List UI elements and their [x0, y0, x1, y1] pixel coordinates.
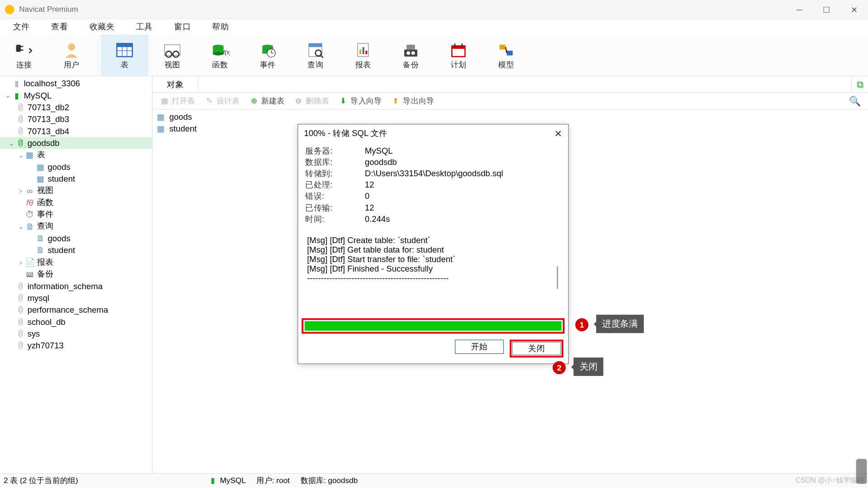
log-line: [Msg] [Dtf] Create table: `student`	[307, 235, 560, 245]
design-table-icon: ✎	[204, 96, 214, 106]
svg-rect-29	[365, 50, 367, 54]
schedule-icon	[447, 40, 471, 59]
tree-db-mysql[interactable]: 🛢mysql	[0, 292, 152, 304]
tree-db-70713_db2[interactable]: 🛢70713_db2	[0, 101, 152, 113]
menu-fav[interactable]: 收藏夹	[79, 21, 125, 32]
toolbar-function[interactable]: f(x) 函数	[196, 34, 244, 75]
tree-folder-backup[interactable]: 🖭备份	[0, 268, 152, 280]
menu-help[interactable]: 帮助	[202, 21, 240, 32]
toolbar-user[interactable]: 用户	[47, 34, 95, 75]
menu-file[interactable]: 文件	[2, 21, 40, 32]
tree-db-school_db[interactable]: 🛢school_db	[0, 316, 152, 328]
svg-rect-39	[507, 50, 513, 55]
table-icon: ▦	[36, 174, 45, 183]
database-on-icon: 🛢	[15, 138, 25, 148]
tree-table-goods[interactable]: ▦goods	[0, 161, 152, 173]
start-button[interactable]: 开始	[455, 340, 504, 354]
toolbar-query-label: 查询	[307, 59, 323, 70]
maximize-button[interactable]: ☐	[813, 0, 841, 19]
database-off-icon: 🛢	[15, 114, 25, 124]
open-table-button[interactable]: ▦打开表	[157, 96, 197, 107]
tree-folder-functions[interactable]: fθ函数	[0, 197, 152, 208]
field-transferred-label: 已传输:	[305, 202, 365, 214]
view-icon	[160, 40, 184, 59]
import-wizard-button[interactable]: ⬇导入向导	[336, 96, 384, 107]
tree-folder-events[interactable]: ⏱事件	[0, 209, 152, 221]
page-scroll-indicator[interactable]	[856, 459, 867, 483]
export-wizard-button[interactable]: ⬆导出向导	[389, 96, 436, 107]
minimize-button[interactable]: ─	[786, 0, 813, 19]
field-error-label: 错误:	[305, 191, 365, 202]
dialog-log[interactable]: [Msg] [Dtf] Create table: `student` [Msg…	[305, 232, 561, 310]
toolbar: 连接 用户 表 视图 f(x) 函数 事件 查询 报表	[0, 34, 868, 76]
toolbar-view[interactable]: 视图	[148, 34, 196, 75]
menu-tools[interactable]: 工具	[125, 21, 163, 32]
log-line: [Msg] [Dtf] Finished - Successfully	[307, 264, 560, 273]
toolbar-model[interactable]: 模型	[482, 34, 530, 75]
tree-folder-views[interactable]: ›∞视图	[0, 185, 152, 197]
tables-folder-icon: ▦	[25, 150, 34, 160]
tree-conn-localhost[interactable]: ▮localhost_3306	[0, 77, 152, 89]
toolbar-view-label: 视图	[165, 59, 180, 70]
toolbar-report[interactable]: 报表	[339, 34, 387, 75]
tab-objects[interactable]: 对象	[153, 76, 199, 93]
svg-rect-30	[404, 49, 417, 56]
toolbar-backup[interactable]: 备份	[387, 34, 434, 75]
function-icon: f(x)	[208, 40, 232, 59]
tree-db-sys[interactable]: 🛢sys	[0, 328, 152, 339]
tree-table-student[interactable]: ▦student	[0, 173, 152, 184]
toolbar-schedule[interactable]: 计划	[434, 34, 482, 75]
search-icon[interactable]: 🔍	[849, 95, 861, 107]
delete-table-button[interactable]: ⊖删除表	[292, 96, 331, 107]
menu-window[interactable]: 窗口	[163, 21, 201, 32]
connection-tree[interactable]: ▮localhost_3306 ⌄▮MySQL 🛢70713_db2 🛢7071…	[0, 76, 153, 473]
report-icon	[351, 40, 375, 59]
svg-rect-27	[359, 49, 361, 54]
toolbar-event[interactable]: 事件	[244, 34, 291, 75]
database-off-icon: 🛢	[15, 127, 25, 136]
window-title: Navicat Premium	[19, 5, 78, 14]
event-icon	[256, 40, 280, 59]
table-icon	[113, 40, 137, 59]
svg-point-31	[406, 51, 410, 55]
new-tab-button[interactable]: ⧉	[851, 76, 868, 93]
status-bar: 2 表 (2 位于当前的组) ▮ MySQL 用户: root 数据库: goo…	[0, 473, 868, 488]
tree-folder-tables[interactable]: ⌄▦表	[0, 149, 152, 161]
watermark: CSDN @小↑钱学编程	[796, 475, 864, 485]
views-folder-icon: ∞	[25, 186, 34, 195]
design-table-button[interactable]: ✎设计表	[202, 96, 242, 107]
new-table-button[interactable]: ⊕新建表	[247, 96, 287, 107]
queries-folder-icon: 🗎	[25, 222, 34, 231]
dialog-close-icon[interactable]: ✕	[554, 128, 562, 139]
tree-query-goods[interactable]: 🗎goods	[0, 232, 152, 244]
table-icon: ▦	[156, 112, 165, 122]
database-off-icon: 🛢	[15, 293, 25, 303]
query-item-icon: 🗎	[36, 245, 45, 255]
close-button[interactable]: 关闭	[512, 342, 561, 355]
dump-sql-dialog: 100% - 转储 SQL 文件 ✕ 服务器:MySQL 数据库:goodsdb…	[297, 124, 569, 364]
toolbar-connect[interactable]: 连接	[0, 34, 47, 75]
tree-db-goodsdb[interactable]: ⌄🛢goodsdb	[0, 137, 152, 149]
menu-view[interactable]: 查看	[41, 21, 79, 32]
toolbar-user-label: 用户	[64, 59, 79, 70]
object-goods[interactable]: ▦goods	[156, 111, 864, 122]
tree-folder-queries[interactable]: ⌄🗎查询	[0, 221, 152, 232]
tree-db-70713_db3[interactable]: 🛢70713_db3	[0, 113, 152, 125]
query-item-icon: 🗎	[36, 234, 45, 243]
tree-folder-reports[interactable]: ›📄报表	[0, 256, 152, 268]
field-time-value: 0.244s	[365, 214, 390, 225]
close-window-button[interactable]: ✕	[840, 0, 868, 19]
log-scrollbar[interactable]	[554, 266, 558, 289]
delete-table-icon: ⊖	[294, 96, 303, 106]
tree-conn-mysql[interactable]: ⌄▮MySQL	[0, 89, 152, 101]
toolbar-connect-label: 连接	[16, 59, 32, 70]
tree-db-70713_db4[interactable]: 🛢70713_db4	[0, 125, 152, 137]
tree-db-yzh70713[interactable]: 🛢yzh70713	[0, 340, 152, 352]
toolbar-query[interactable]: 查询	[292, 34, 339, 75]
close-button-highlight: 关闭	[509, 340, 563, 358]
toolbar-table[interactable]: 表	[101, 34, 148, 75]
tree-query-student[interactable]: 🗎student	[0, 244, 152, 256]
field-db-value: goodsdb	[365, 157, 397, 169]
tree-db-information_schema[interactable]: 🛢information_schema	[0, 280, 152, 292]
tree-db-performance_schema[interactable]: 🛢performance_schema	[0, 304, 152, 316]
